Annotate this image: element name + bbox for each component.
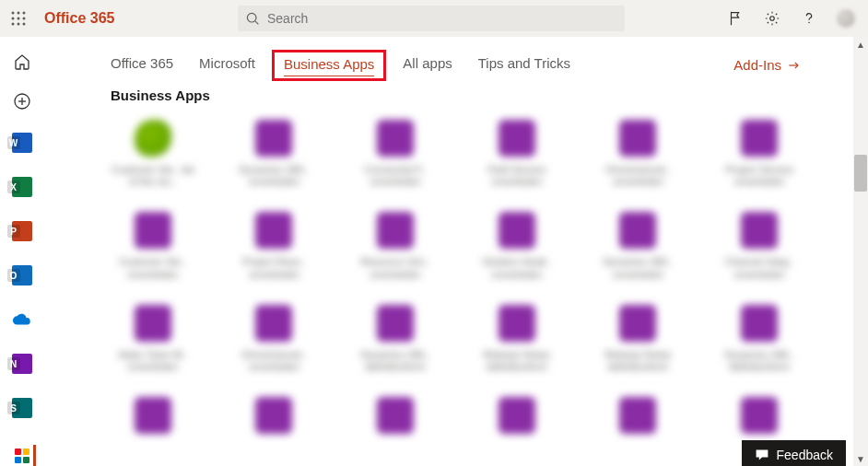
app-icon [619,305,656,342]
app-label: Solution Healt.. onverteden [475,256,559,280]
app-label: Channel Integ.. onverteden [717,256,802,280]
app-tile[interactable] [111,397,195,441]
scroll-thumb[interactable] [854,155,867,192]
app-tile[interactable]: Omnichannel.. onverteden [596,120,681,188]
search-box[interactable] [238,6,625,31]
app-tile[interactable]: Release Notes definitionform [596,305,681,373]
app-launcher-icon[interactable] [7,7,29,29]
app-tile[interactable]: Release Notes definitionform [475,305,559,373]
app-icon [741,212,778,249]
app-icon [377,305,414,342]
rail-app-sharepoint[interactable]: S [9,395,35,421]
app-tile[interactable]: Project Service onverteden [717,120,802,188]
app-icon [255,305,292,342]
add-ins-link[interactable]: Add-Ins [733,57,802,73]
app-tile[interactable] [596,397,681,441]
app-tile[interactable]: Dynamics 365.. definitionform [353,305,438,373]
app-label: Dynamics 365.. onverteden [232,164,317,188]
app-icon [135,397,171,434]
tab-microsoft[interactable]: Microsoft [199,55,255,75]
rail-app-outlook[interactable]: O [9,262,35,288]
tab-bar: Office 365MicrosoftBusiness AppsAll apps… [44,37,868,75]
app-icon [135,212,171,249]
svg-point-5 [23,17,26,20]
svg-point-0 [12,12,15,15]
app-tile[interactable] [353,397,438,441]
app-tile[interactable]: Connected F.. onverteden [353,120,438,188]
app-tile[interactable]: Sales Team M.. onverteden [111,305,195,373]
main-content: Office 365MicrosoftBusiness AppsAll apps… [44,37,868,466]
tab-tips-and-tricks[interactable]: Tips and Tricks [478,55,570,75]
help-icon[interactable] [800,9,818,28]
app-icon [135,120,171,157]
svg-point-9 [247,13,256,22]
app-icon [619,120,656,157]
svg-point-3 [12,17,15,20]
app-tile[interactable]: Channel Integ.. onverteden [717,212,802,280]
rail-app-powerpoint[interactable]: P [9,218,35,244]
top-bar-actions [726,9,861,28]
svg-rect-19 [23,457,29,463]
app-tile[interactable]: Customer Ser.. list of the rec.. [111,120,195,188]
app-tile[interactable]: Dynamics 365.. definitionform [717,305,802,373]
scrollbar[interactable]: ▲ ▼ [853,37,868,466]
app-label: Release Notes definitionform [475,349,559,373]
app-icon [741,305,778,342]
svg-rect-18 [15,457,21,463]
app-tile[interactable]: Dynamics 365.. onverteden [232,120,317,188]
app-tile[interactable] [717,397,802,441]
app-icon [619,212,656,249]
app-label: Field Service onverteden [475,164,559,188]
app-tile[interactable]: Solution Healt.. onverteden [475,212,559,280]
app-icon [255,212,292,249]
tab-business-apps[interactable]: Business Apps [284,56,374,76]
home-icon[interactable] [9,52,35,73]
app-tile[interactable] [232,397,317,441]
gear-icon[interactable] [763,9,781,28]
feedback-icon [755,448,769,462]
rail-app-excel[interactable]: X [9,174,35,200]
business-apps-icon[interactable] [9,445,35,466]
app-label: Resource Sch.. onverteden [353,256,438,280]
feedback-button[interactable]: Feedback [742,440,846,466]
app-icon [377,212,414,249]
tab-office-365[interactable]: Office 365 [111,55,173,75]
tab-all-apps[interactable]: All apps [403,55,452,75]
flag-icon[interactable] [726,9,745,28]
app-icon [619,397,656,434]
app-tile[interactable]: Resource Sch.. onverteden [353,212,438,280]
brand-label: Office 365 [44,10,114,27]
create-icon[interactable] [9,91,35,112]
app-icon [377,120,414,157]
app-label: Customer Ser.. list of the rec.. [111,164,195,188]
app-label: Dynamics 365.. onverteden [596,256,681,280]
rail-app-word[interactable]: W [9,130,35,156]
app-icon [135,305,171,342]
rail-app-onedrive[interactable] [9,307,35,332]
app-label: Omnichannel.. onverteden [596,164,681,188]
app-tile[interactable]: Project Reso.. onverteden [232,212,317,280]
app-label: Dynamics 365.. definitionform [353,349,438,373]
svg-point-4 [18,17,20,20]
app-label: Dynamics 365.. definitionform [717,349,802,373]
svg-point-2 [23,12,26,15]
app-tile[interactable]: Customer Ser.. onverteden [111,212,195,280]
avatar[interactable] [837,9,855,28]
svg-rect-16 [15,449,21,455]
app-grid: Customer Ser.. list of the rec..Dynamics… [44,103,868,466]
app-icon [377,397,414,434]
app-label: Project Service onverteden [717,164,802,188]
app-tile[interactable] [475,397,559,441]
app-icon [499,212,535,249]
rail-selection-indicator [33,445,36,466]
app-label: Omnichannel.. onverteden [232,349,317,373]
app-tile[interactable]: Omnichannel.. onverteden [232,305,317,373]
rail-app-onenote[interactable]: N [9,351,35,377]
app-tile[interactable]: Dynamics 365.. onverteden [596,212,681,280]
search-input[interactable] [267,11,617,26]
app-tile[interactable]: Field Service onverteden [475,120,559,188]
scroll-down-arrow[interactable]: ▼ [853,451,868,466]
svg-point-7 [18,23,20,26]
svg-point-6 [12,23,15,26]
scroll-up-arrow[interactable]: ▲ [853,37,868,52]
